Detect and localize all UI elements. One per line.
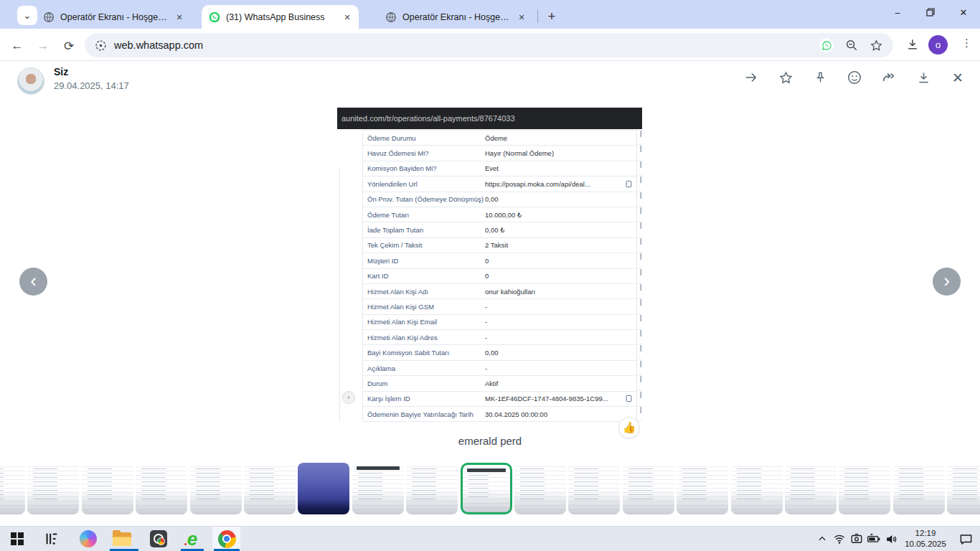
taskbar-clock[interactable]: 12:19 10.05.2025 xyxy=(900,528,951,550)
row-label: Ön Prov. Tutarı (Ödemeye Dönüşmüş) xyxy=(363,195,485,203)
forward-button[interactable]: → xyxy=(34,37,52,55)
whatsapp-pwa-icon[interactable] xyxy=(819,38,834,52)
browser-tab-strip: ⌄ Operatör Ekranı - Hoşgeldiniz ✕ (31) W… xyxy=(0,0,980,29)
row-value: Aktif xyxy=(485,380,636,387)
new-tab-button[interactable]: + xyxy=(542,7,561,26)
downloads-button[interactable] xyxy=(905,37,920,52)
thumbnail[interactable] xyxy=(298,463,349,514)
table-row: Hizmet Alan Kişi Adıonur kahioğulları xyxy=(363,284,636,299)
thumbnail[interactable] xyxy=(27,463,79,514)
reload-icon: ⟳ xyxy=(64,39,74,54)
tab-operator-screen-1[interactable]: Operatör Ekranı - Hoşgeldiniz ✕ xyxy=(36,5,191,29)
next-media-button[interactable]: › xyxy=(933,268,961,296)
thumbs-up-emoji: 👍 xyxy=(623,421,636,434)
chrome-button[interactable] xyxy=(212,527,241,551)
star-message-button[interactable] xyxy=(778,70,793,85)
profile-avatar[interactable]: o xyxy=(928,35,948,55)
table-row: Hizmeti Alan Kişi Adres- xyxy=(363,330,636,345)
battery-indicator[interactable] xyxy=(865,527,882,551)
close-viewer-button[interactable]: ✕ xyxy=(950,70,966,85)
thumbnail[interactable] xyxy=(82,463,133,514)
speaker-icon xyxy=(885,532,898,546)
tab-close-button[interactable]: ✕ xyxy=(341,11,353,23)
file-explorer-button[interactable] xyxy=(108,527,136,551)
thumbnail-selected[interactable] xyxy=(461,463,512,514)
thumbnail[interactable] xyxy=(623,463,674,514)
browser-menu-button[interactable]: ⋮ xyxy=(961,37,972,50)
thumbnail[interactable] xyxy=(0,463,25,514)
thumbnail[interactable] xyxy=(352,463,404,514)
table-row: Karşı İşlem IDMK-1EF46DCF-1747-4804-9835… xyxy=(363,392,636,407)
tab-close-button[interactable]: ✕ xyxy=(174,11,185,23)
thumbnail[interactable] xyxy=(731,463,783,514)
taskbar: e 12:19 10.05.2025 xyxy=(0,526,980,551)
site-info-icon[interactable] xyxy=(95,39,107,52)
display-tray-button[interactable] xyxy=(848,527,865,551)
screen-capture-app-button[interactable] xyxy=(144,527,173,551)
row-label: Hizmet Alan Kişi GSM xyxy=(363,303,485,311)
thumbnail[interactable] xyxy=(190,463,242,514)
row-value: Hayır (Normal Ödeme) xyxy=(485,149,636,157)
go-to-message-button[interactable] xyxy=(743,70,759,85)
thumbnail[interactable] xyxy=(136,463,187,514)
chevron-up-icon xyxy=(817,534,827,544)
row-value: 30.04.2025 00:00:00 xyxy=(485,410,636,418)
download-media-button[interactable] xyxy=(915,70,931,85)
wifi-indicator[interactable] xyxy=(831,527,848,551)
table-row: Yönlendirilen Urlhttps://posapi.moka.com… xyxy=(363,176,636,192)
tab-whatsapp-business[interactable]: (31) WhatsApp Business ✕ xyxy=(202,5,359,29)
thumbnail[interactable] xyxy=(947,463,980,514)
row-label: Ödemenin Bayiye Yatırılacağı Tarih xyxy=(363,410,485,418)
previous-media-button[interactable]: ‹ xyxy=(19,268,47,296)
back-icon: ← xyxy=(11,39,24,53)
action-center-button[interactable] xyxy=(951,527,980,551)
bookmark-star-icon[interactable] xyxy=(870,39,883,52)
media-caption: emerald perd xyxy=(0,435,980,447)
row-value: onur kahioğulları xyxy=(485,288,636,296)
task-view-button[interactable] xyxy=(37,527,66,551)
reload-button[interactable]: ⟳ xyxy=(60,37,77,55)
forward-button[interactable] xyxy=(881,70,897,85)
back-button[interactable]: ← xyxy=(9,37,26,55)
table-row: Bayi Komisyon Sabit Tutarı0,00 xyxy=(363,345,636,360)
copilot-button[interactable] xyxy=(74,527,103,551)
profile-initial: o xyxy=(936,39,941,50)
start-button[interactable] xyxy=(3,527,32,551)
volume-indicator[interactable] xyxy=(882,527,900,551)
thumbnail[interactable] xyxy=(244,463,296,514)
sender-avatar[interactable] xyxy=(17,67,44,95)
thumbnail[interactable] xyxy=(406,463,458,514)
tab-operator-screen-2[interactable]: Operatör Ekranı - Hoşgeldiniz ✕ xyxy=(378,5,533,29)
row-value: 0 xyxy=(485,272,636,280)
table-row: Havuz Ödemesi Mi?Hayır (Normal Ödeme) xyxy=(363,146,636,161)
row-value: Evet xyxy=(485,164,636,172)
row-label: Kart ID xyxy=(363,272,485,280)
react-button[interactable] xyxy=(847,70,862,85)
row-value: - xyxy=(485,364,636,372)
window-minimize-button[interactable]: – xyxy=(881,0,914,24)
table-row: Hizmeti Alan Kişi Email- xyxy=(363,315,636,330)
address-bar[interactable]: web.whatsapp.com xyxy=(85,33,893,57)
pin-message-button[interactable] xyxy=(812,70,828,85)
row-value: Ödeme xyxy=(485,134,636,142)
thumbnail[interactable] xyxy=(785,463,837,514)
zoom-icon[interactable] xyxy=(845,39,858,52)
screenshot-url-text: aunited.com/tr/operations/all-payments/8… xyxy=(341,114,515,123)
tray-overflow-button[interactable] xyxy=(814,527,831,551)
forward-icon xyxy=(881,70,897,86)
table-row: Komisyon Bayiden Mi?Evet xyxy=(363,161,636,176)
close-icon: ✕ xyxy=(960,7,968,18)
tab-search-button[interactable]: ⌄ xyxy=(17,6,37,25)
thumbnail[interactable] xyxy=(568,463,620,514)
window-restore-button[interactable] xyxy=(914,0,947,24)
thumbnail[interactable] xyxy=(514,463,566,514)
window-close-button[interactable]: ✕ xyxy=(947,0,980,24)
media-thumbnail-strip xyxy=(0,462,980,515)
table-row: Ödemenin Bayiye Yatırılacağı Tarih30.04.… xyxy=(363,407,636,422)
media-image[interactable]: aunited.com/tr/operations/all-payments/8… xyxy=(337,108,642,436)
thumbnail[interactable] xyxy=(677,463,728,514)
thumbnail[interactable] xyxy=(893,463,945,514)
thumbnail[interactable] xyxy=(839,463,890,514)
tab-close-button[interactable]: ✕ xyxy=(516,11,527,23)
epic-pen-button[interactable]: e xyxy=(178,527,207,551)
